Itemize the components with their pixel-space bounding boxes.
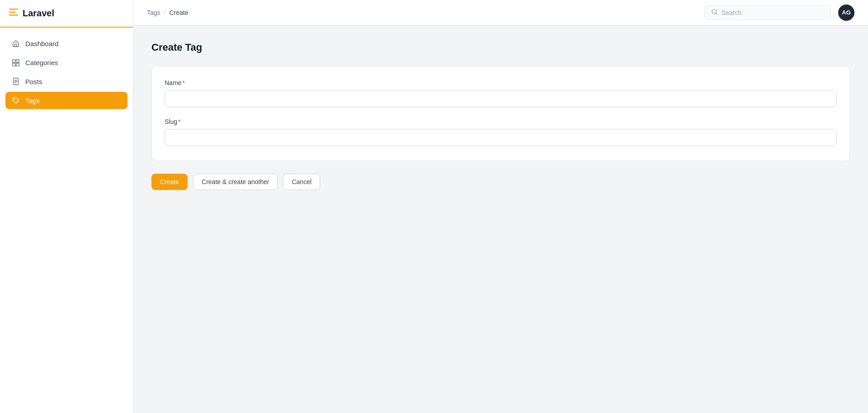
name-input[interactable] — [165, 90, 837, 107]
home-icon — [12, 39, 20, 47]
sidebar-item-categories[interactable]: Categories — [5, 54, 127, 71]
app-logo: Laravel — [23, 8, 54, 19]
search-icon — [711, 9, 718, 17]
sidebar-item-label: Dashboard — [25, 40, 58, 47]
sidebar-item-label: Categories — [25, 59, 58, 66]
menu-icon[interactable] — [9, 9, 18, 18]
svg-rect-7 — [16, 63, 19, 66]
svg-rect-2 — [9, 14, 18, 16]
sidebar-item-posts[interactable]: Posts — [5, 73, 127, 90]
cancel-button[interactable]: Cancel — [283, 174, 320, 190]
breadcrumb-root: Tags — [147, 9, 160, 16]
slug-input[interactable] — [165, 129, 837, 146]
topbar-right: AG — [704, 5, 854, 21]
svg-rect-0 — [9, 9, 18, 10]
slug-required-star: * — [178, 118, 180, 125]
sidebar-item-tags[interactable]: Tags — [5, 92, 127, 109]
search-bar[interactable] — [704, 5, 831, 20]
create-another-button[interactable]: Create & create another — [193, 174, 278, 190]
svg-rect-5 — [16, 60, 19, 62]
form-card: Name* Slug* — [151, 66, 850, 161]
sidebar: Laravel Dashboard Categories — [0, 0, 133, 413]
sidebar-item-label: Tags — [25, 97, 40, 104]
topbar: Tags / Create AG — [133, 0, 868, 25]
posts-icon — [12, 77, 20, 85]
svg-rect-6 — [13, 63, 15, 66]
categories-icon — [12, 58, 20, 66]
slug-label: Slug* — [165, 118, 837, 125]
name-required-star: * — [182, 79, 184, 86]
sidebar-item-dashboard[interactable]: Dashboard — [5, 35, 127, 52]
page-title: Create Tag — [151, 42, 850, 53]
breadcrumb: Tags / Create — [147, 9, 189, 16]
search-input[interactable] — [722, 9, 824, 16]
avatar[interactable]: AG — [838, 5, 854, 21]
sidebar-header: Laravel — [0, 0, 133, 28]
breadcrumb-current: Create — [169, 9, 188, 16]
svg-rect-1 — [9, 12, 15, 13]
page-content: Create Tag Name* Slug* Create Create & c… — [133, 25, 868, 413]
slug-form-group: Slug* — [165, 118, 837, 146]
name-label: Name* — [165, 79, 837, 86]
main-content: Tags / Create AG Create Tag — [133, 0, 868, 413]
name-form-group: Name* — [165, 79, 837, 107]
sidebar-nav: Dashboard Categories — [0, 28, 133, 116]
tags-icon — [12, 96, 20, 104]
create-button[interactable]: Create — [151, 174, 188, 190]
breadcrumb-separator: / — [164, 9, 166, 16]
svg-rect-3 — [15, 44, 17, 47]
button-group: Create Create & create another Cancel — [151, 174, 850, 190]
svg-rect-4 — [13, 60, 15, 62]
svg-point-12 — [14, 99, 15, 100]
sidebar-item-label: Posts — [25, 78, 42, 85]
